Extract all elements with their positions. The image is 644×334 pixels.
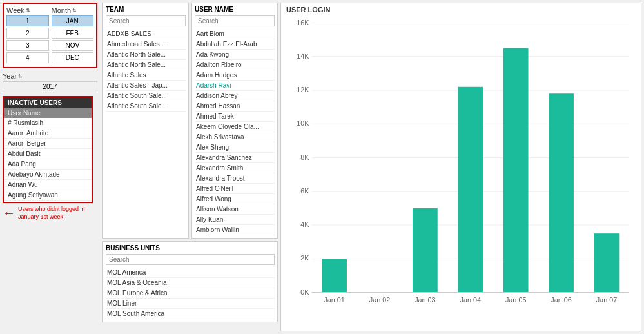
list-item[interactable]: # Rusmiasih xyxy=(4,118,92,128)
annotation-text: Users who didnt logged in January 1st we… xyxy=(18,206,97,221)
list-item[interactable]: Alexandra Troost xyxy=(195,173,275,184)
list-item[interactable]: Adebayo Akintade xyxy=(4,170,92,180)
username-filter: USER NAME Aart BlomAbdallah Ezz El-ArabA… xyxy=(191,3,278,239)
middle-panel: TEAM AEDXB SALESAhmedabad Sales ...Atlan… xyxy=(100,0,280,334)
arrow-icon: ← xyxy=(3,206,15,221)
list-item[interactable]: MOL Asia & Oceania xyxy=(106,278,275,288)
list-item[interactable]: Agung Setiyawan xyxy=(4,190,92,201)
team-filter: TEAM AEDXB SALESAhmedabad Sales ...Atlan… xyxy=(102,3,189,239)
inactive-users-header: User Name xyxy=(4,108,92,118)
svg-text:0K: 0K xyxy=(300,288,309,295)
list-item[interactable]: Alexandra Sanchez xyxy=(195,153,275,163)
bar-Jan-01 xyxy=(322,259,347,292)
svg-text:14K: 14K xyxy=(297,52,309,60)
business-units-list: MOL AmericaMOL Asia & OceaniaMOL Europe … xyxy=(106,268,275,319)
month-list: JANFEBNOVDEC xyxy=(52,15,94,63)
list-item[interactable]: Ambjorn Wallin xyxy=(195,225,275,235)
list-item[interactable]: Aaron Berger xyxy=(4,139,92,149)
list-item[interactable]: Alex Sheng xyxy=(195,142,275,153)
list-item[interactable]: Ahmed Tarek xyxy=(195,112,275,122)
list-item[interactable]: Atlantic North Sale... xyxy=(106,60,186,70)
month-item[interactable]: FEB xyxy=(52,28,94,39)
bar-Jan-03 xyxy=(413,208,438,293)
chart-area: 0K2K4K6K8K10K12K14K16KJan 01Jan 02Jan 03… xyxy=(286,16,636,313)
list-item[interactable]: Adarsh Ravi xyxy=(195,81,275,91)
list-item[interactable]: Aaron Ambrite xyxy=(4,128,92,139)
chart-panel: USER LOGIN 0K2K4K6K8K10K12K14K16KJan 01J… xyxy=(280,3,641,331)
chart-svg: 0K2K4K6K8K10K12K14K16KJan 01Jan 02Jan 03… xyxy=(286,16,636,313)
month-label: Month ⇅ xyxy=(52,6,94,14)
team-list: AEDXB SALESAhmedabad Sales ...Atlantic N… xyxy=(106,29,186,112)
list-item[interactable]: Ada Pang xyxy=(4,159,92,170)
x-label: Jan 02 xyxy=(369,296,390,304)
username-list: Aart BlomAbdallah Ezz El-ArabAda KwongAd… xyxy=(195,29,275,235)
list-item[interactable]: Aart Blom xyxy=(195,29,275,39)
month-sort-icon[interactable]: ⇅ xyxy=(72,8,77,14)
list-item[interactable]: Ada Kwong xyxy=(195,50,275,60)
business-units-filter: BUSINESS UNITS MOL AmericaMOL Asia & Oce… xyxy=(102,241,278,322)
list-item[interactable]: Ahmed Hassan xyxy=(195,101,275,112)
list-item[interactable]: AEDXB SALES xyxy=(106,29,186,39)
list-item[interactable]: Addison Abrey xyxy=(195,91,275,101)
inactive-users-title: INACTIVE USERS xyxy=(4,97,92,108)
list-item[interactable]: MOL Liner xyxy=(106,299,275,309)
week-item[interactable]: 4 xyxy=(6,52,49,63)
list-item[interactable]: Abdallah Ezz El-Arab xyxy=(195,39,275,50)
bar-Jan-07 xyxy=(594,233,620,292)
svg-text:2K: 2K xyxy=(300,254,309,262)
list-item[interactable]: Atlantic Sales - Jap... xyxy=(106,81,186,91)
bar-Jan-05 xyxy=(503,48,529,293)
team-username-row: TEAM AEDXB SALESAhmedabad Sales ...Atlan… xyxy=(102,3,278,239)
list-item[interactable]: MOL South America xyxy=(106,309,275,319)
list-item[interactable]: Adam Hedges xyxy=(195,70,275,81)
inactive-users-list: # RusmiasihAaron AmbriteAaron BergerAbdu… xyxy=(4,118,92,202)
list-item[interactable]: Atlantic South Sale... xyxy=(106,101,186,112)
list-item[interactable]: Ahmedabad Sales ... xyxy=(106,39,186,50)
list-item[interactable]: Atlantic North Sale... xyxy=(106,50,186,60)
list-item[interactable]: Atlantic South Sale... xyxy=(106,91,186,101)
team-search[interactable] xyxy=(106,15,186,26)
list-item[interactable]: MOL Europe & Africa xyxy=(106,288,275,299)
x-label: Jan 01 xyxy=(324,296,344,304)
list-item[interactable]: MOL America xyxy=(106,268,275,278)
list-item[interactable]: Abdul Basit xyxy=(4,149,92,159)
business-units-title: BUSINESS UNITS xyxy=(106,244,275,251)
business-units-search[interactable] xyxy=(106,254,275,265)
week-list: 1234 xyxy=(6,15,49,63)
list-item[interactable]: Akeem Oloyede Ola... xyxy=(195,122,275,132)
year-label: Year ⇅ xyxy=(3,72,97,80)
svg-text:10K: 10K xyxy=(297,119,309,127)
x-label: Jan 07 xyxy=(596,296,617,304)
x-label: Jan 06 xyxy=(551,296,571,304)
list-item[interactable]: Adailton Ribeiro xyxy=(195,60,275,70)
list-item[interactable]: Alfred Wong xyxy=(195,194,275,204)
x-label: Jan 03 xyxy=(415,296,435,304)
week-item[interactable]: 2 xyxy=(6,28,49,39)
chart-title: USER LOGIN xyxy=(286,6,636,14)
month-item[interactable]: JAN xyxy=(52,15,94,26)
x-label: Jan 05 xyxy=(505,296,526,304)
username-title: USER NAME xyxy=(195,6,275,13)
inactive-users-section: INACTIVE USERS User Name # RusmiasihAaro… xyxy=(3,96,93,203)
list-item[interactable]: Ally Kuan xyxy=(195,215,275,225)
year-filter-container: Year ⇅ 2017 xyxy=(3,72,97,92)
year-value[interactable]: 2017 xyxy=(3,81,97,92)
month-item[interactable]: DEC xyxy=(52,52,94,63)
svg-text:8K: 8K xyxy=(300,153,309,161)
list-item[interactable]: Alfred O'Neill xyxy=(195,184,275,194)
svg-text:4K: 4K xyxy=(300,221,309,228)
week-item[interactable]: 3 xyxy=(6,40,49,51)
list-item[interactable]: Akihiko Ono xyxy=(4,201,92,202)
week-month-filter: Week ⇅ 1234 Month ⇅ JANFEBNOVDEC xyxy=(3,3,97,68)
list-item[interactable]: Adrian Wu xyxy=(4,180,92,190)
week-item[interactable]: 1 xyxy=(6,15,49,26)
bar-Jan-06 xyxy=(549,93,574,292)
month-item[interactable]: NOV xyxy=(52,40,94,51)
list-item[interactable]: Alekh Srivastava xyxy=(195,132,275,142)
list-item[interactable]: Alexandra Smith xyxy=(195,163,275,173)
year-sort-icon[interactable]: ⇅ xyxy=(18,74,23,79)
username-search[interactable] xyxy=(195,15,275,26)
list-item[interactable]: Atlantic Sales xyxy=(106,70,186,81)
week-sort-icon[interactable]: ⇅ xyxy=(26,8,30,14)
list-item[interactable]: Allison Watson xyxy=(195,204,275,215)
